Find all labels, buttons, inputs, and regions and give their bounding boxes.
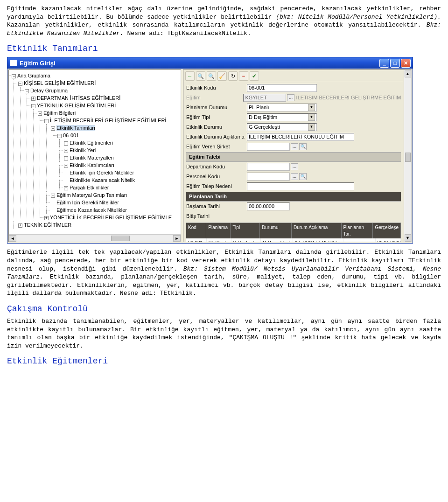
grid-col-planlama[interactable]: Planlama (206, 223, 231, 238)
expand-icon[interactable]: + (18, 223, 22, 228)
grid-cell: 06-001 (186, 238, 207, 242)
expand-icon[interactable]: + (31, 97, 35, 101)
tree-item[interactable]: İLETİŞİM BECERİLERİ GELİŞTİRME EĞİTİMLER… (50, 118, 166, 123)
input-baslama-tarihi[interactable]: 00.00.0000 (247, 202, 290, 210)
minimize-button[interactable]: _ (379, 59, 389, 68)
grid-col-gerceklesen[interactable]: Gerçekleşe (373, 223, 401, 238)
tree-item[interactable]: Etkinlik Katılımcıları (70, 162, 114, 168)
dropdown-icon[interactable]: ▼ (308, 124, 315, 131)
close-button[interactable]: ✕ (401, 59, 411, 68)
lookup-button[interactable]: 🔍 (299, 173, 307, 180)
label-egitim-tipi: Eğitim Tipi (186, 114, 247, 121)
grid-col-durumu[interactable]: Durumu (260, 223, 292, 238)
tree-item[interactable]: DEPARTMAN İHTİSAS EĞİTİMLERİ (37, 95, 120, 101)
delete-button[interactable]: − (239, 71, 248, 81)
dropdown-icon[interactable]: ▼ (308, 104, 315, 111)
para1-text-b: Kazanılan yetkinlikler, etkinlik sonrası… (7, 21, 427, 28)
form-v-scrollbar[interactable]: ▲ ▼ (404, 70, 411, 242)
select-etkinlik-durumu[interactable]: G Gerçekleşti▼ (247, 123, 317, 131)
window-title: Eğitim Girişi (20, 59, 379, 68)
expand-icon[interactable]: − (25, 89, 29, 93)
tree-item-etkinlik-tanimlari[interactable]: Etkinlik Tanımları (56, 125, 95, 131)
back-button[interactable]: ← (185, 71, 195, 81)
grid-row[interactable]: 06-001 PL Planlı D Dış Eğitim G Gerçekle… (186, 238, 401, 242)
section-egitim-talebi: Eğitim Talebi (186, 152, 401, 162)
input-personel-kodu[interactable] (247, 173, 290, 181)
expand-icon[interactable]: − (44, 119, 49, 123)
scroll-down-icon[interactable]: ▼ (405, 234, 411, 242)
maximize-button[interactable]: □ (390, 59, 400, 68)
tree-item[interactable]: Etkinlik İçin Gerekli Nitelikler (70, 170, 134, 175)
navigation-tree[interactable]: −Ana Gruplama −KİŞİSEL GELİŞİM EĞİTİMLER… (9, 70, 181, 230)
scroll-up-icon[interactable]: ▲ (405, 70, 411, 77)
scroll-thumb[interactable] (111, 236, 130, 241)
tree-item[interactable]: YÖNETİCİLİK BECERİLERİ GELİŞTİRME EĞİTİM… (50, 215, 172, 220)
window-icon (10, 60, 17, 66)
tree-item[interactable]: YETKİNLİK GELİŞİM EĞİTİMLERİ (37, 103, 116, 108)
grid-cell: İLETİŞİM BECERİLE (293, 238, 343, 242)
grid-col-planlanan[interactable]: Planlanan Tar. (342, 223, 373, 238)
expand-icon[interactable]: + (64, 141, 68, 146)
tree-item[interactable]: Etkinlikte Kazanılacak Nitelik (70, 177, 135, 183)
expand-icon[interactable]: + (64, 149, 68, 153)
expand-icon[interactable]: − (38, 112, 42, 116)
select-egitim-tipi[interactable]: D Dış Eğitim▼ (247, 113, 317, 121)
label-bitis-tarihi: Bitiş Tarihi (186, 213, 247, 220)
window-egitim-girisi: Eğitim Girişi _ □ ✕ −Ana Gruplama −KİŞİS… (7, 57, 413, 244)
tree-item[interactable]: KİŞİSEL GELİŞİM EĞİTİMLERİ (24, 80, 96, 86)
lookup-button[interactable]: … (291, 163, 298, 170)
search-button[interactable]: 🔍 (196, 71, 205, 81)
expand-icon[interactable]: − (51, 126, 55, 131)
label-personel-kodu: Personel Kodu (186, 173, 247, 180)
tree-item[interactable]: Etkinlik Yeri (70, 147, 96, 153)
expand-icon[interactable]: + (64, 186, 68, 190)
input-etkinlik-kodu[interactable]: 06-001 (247, 84, 317, 92)
grid-col-kod[interactable]: Kod (186, 223, 206, 238)
window-titlebar[interactable]: Eğitim Girişi _ □ ✕ (7, 57, 413, 69)
lookup-button[interactable]: … (291, 143, 298, 150)
tree-h-scrollbar[interactable]: ◄ ► (9, 234, 181, 242)
input-egitim: KGYİLET (243, 94, 286, 102)
tree-item[interactable]: Eğitim Materyal Grup Tanımları (56, 192, 127, 198)
clear-button[interactable]: 🧹 (217, 71, 227, 81)
tree-item[interactable]: Detay Gruplama (30, 88, 68, 93)
label-planlama-durumu: Planlama Durumu (186, 104, 247, 111)
grid-cell: 20.01.2008 (376, 238, 401, 242)
expand-icon[interactable]: − (57, 134, 62, 138)
scroll-right-icon[interactable]: ► (173, 235, 181, 242)
select-planlama-durumu[interactable]: PL Planlı▼ (247, 104, 317, 112)
tree-item[interactable]: TEKNİK EĞİTİMLER (24, 222, 71, 228)
input-sirket[interactable] (247, 143, 290, 151)
grid-col-aciklama[interactable]: Durum Açıklama (292, 223, 342, 238)
tree-item[interactable]: Etkinlik Materyalleri (70, 155, 114, 160)
scroll-thumb[interactable] (405, 153, 411, 162)
tree-item[interactable]: Parçalı Etkinlikler (70, 185, 109, 190)
lookup-button[interactable]: 🔍 (299, 143, 307, 150)
expand-icon[interactable]: − (12, 74, 16, 78)
label-etkinlik-kodu: Etkinlik Kodu (186, 84, 247, 91)
tree-item[interactable]: Eğitimde Kazanılacak Nitelikler (56, 207, 127, 213)
lookup-button[interactable]: … (291, 173, 298, 180)
label-baslama-tarihi: Başlama Tarihi (186, 203, 247, 210)
expand-icon[interactable]: − (18, 82, 22, 86)
tree-item[interactable]: Eğitim Bilgileri (43, 110, 76, 116)
confirm-button[interactable]: ✔ (250, 71, 259, 81)
dropdown-icon[interactable]: ▼ (308, 114, 315, 121)
input-talep-nedeni[interactable] (247, 182, 354, 190)
grid-col-tipi[interactable]: Tipi (231, 223, 260, 238)
scroll-left-icon[interactable]: ◄ (9, 235, 16, 242)
expand-icon[interactable]: + (64, 164, 68, 168)
lookup-button[interactable]: … (287, 94, 294, 101)
tree-item[interactable]: Etkinlik Eğitmenleri (70, 140, 113, 146)
refresh-button[interactable]: ↻ (228, 71, 238, 81)
expand-icon[interactable]: + (64, 156, 68, 160)
input-durum-aciklama[interactable]: İLETİŞİM BECERİLERİ KONULU EĞİTİM (247, 133, 354, 141)
tree-item[interactable]: Ana Gruplama (17, 73, 50, 78)
expand-icon[interactable]: + (51, 194, 55, 198)
tree-item[interactable]: 06-001 (63, 132, 79, 138)
tree-item[interactable]: Eğitim İçin Gerekli Nitelikler (56, 200, 119, 205)
expand-icon[interactable]: − (31, 104, 35, 108)
expand-icon[interactable]: + (44, 216, 49, 220)
zoom-button[interactable]: 🔍 (207, 71, 216, 81)
input-departman-kodu[interactable] (247, 163, 290, 171)
